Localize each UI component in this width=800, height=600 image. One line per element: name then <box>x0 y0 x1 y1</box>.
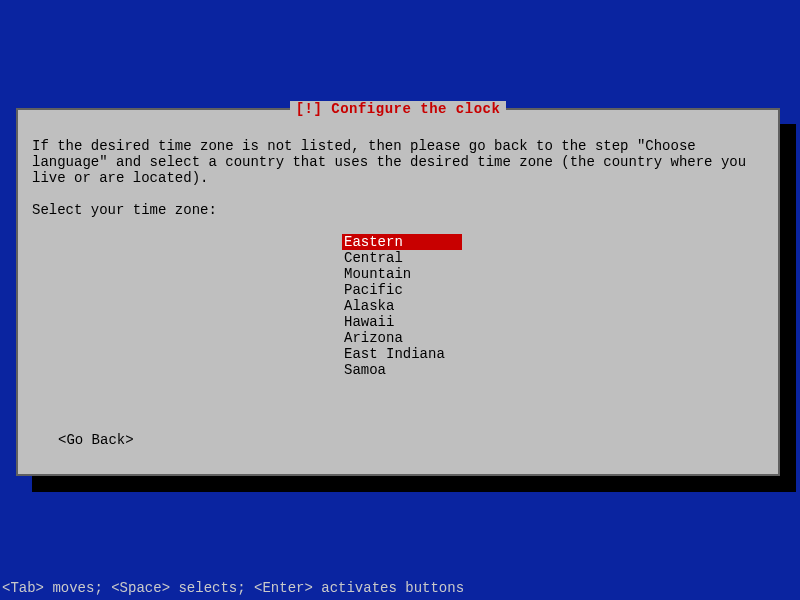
timezone-option-pacific[interactable]: Pacific <box>342 282 462 298</box>
dialog-title-wrap: [!] Configure the clock <box>18 101 778 117</box>
configure-clock-dialog: [!] Configure the clock If the desired t… <box>16 108 780 476</box>
dialog-description: If the desired time zone is not listed, … <box>32 138 764 186</box>
timezone-option-hawaii[interactable]: Hawaii <box>342 314 462 330</box>
dialog-title: [!] Configure the clock <box>290 101 507 117</box>
dialog-prompt: Select your time zone: <box>32 202 764 218</box>
timezone-option-alaska[interactable]: Alaska <box>342 298 462 314</box>
go-back-button[interactable]: <Go Back> <box>58 432 134 448</box>
timezone-option-arizona[interactable]: Arizona <box>342 330 462 346</box>
timezone-list[interactable]: Eastern Central Mountain Pacific Alaska … <box>342 234 462 378</box>
timezone-option-central[interactable]: Central <box>342 250 462 266</box>
timezone-option-east-indiana[interactable]: East Indiana <box>342 346 462 362</box>
keyboard-hint: <Tab> moves; <Space> selects; <Enter> ac… <box>0 580 464 596</box>
timezone-option-mountain[interactable]: Mountain <box>342 266 462 282</box>
timezone-option-samoa[interactable]: Samoa <box>342 362 462 378</box>
timezone-option-eastern[interactable]: Eastern <box>342 234 462 250</box>
